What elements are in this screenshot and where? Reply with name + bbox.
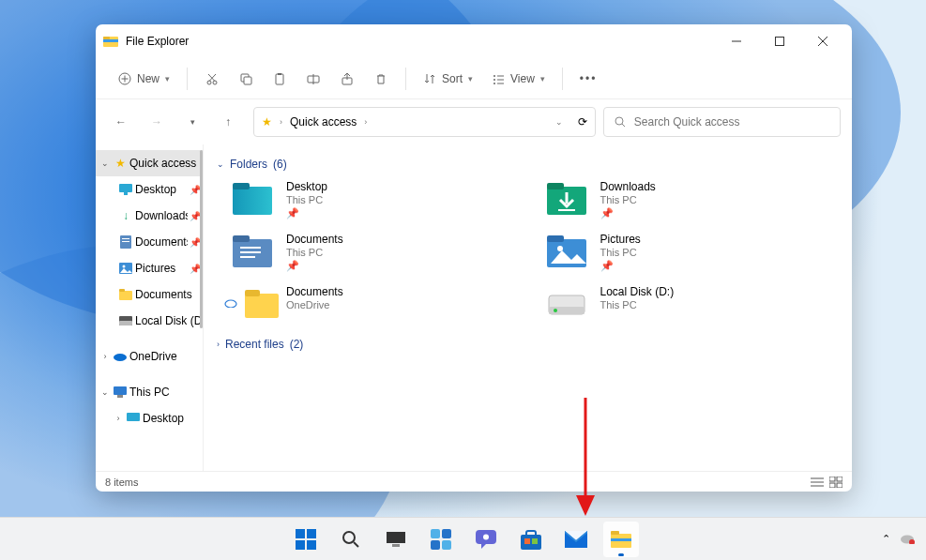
folder-name: Downloads — [600, 180, 656, 193]
search-button[interactable] — [333, 522, 369, 557]
sort-button[interactable]: Sort▾ — [416, 64, 480, 94]
store-button[interactable] — [513, 522, 549, 557]
star-icon: ★ — [113, 156, 128, 171]
svg-point-66 — [554, 309, 557, 312]
address-dropdown[interactable]: ⌄ — [555, 117, 563, 127]
sidebar-item-local-disk[interactable]: Local Disk (D:) — [96, 308, 203, 334]
grid-view-button[interactable] — [829, 477, 843, 488]
breadcrumb-separator: › — [280, 117, 282, 127]
onedrive-icon — [113, 349, 128, 364]
task-view-icon — [387, 532, 405, 547]
refresh-button[interactable]: ⟳ — [578, 115, 587, 129]
forward-button[interactable]: → — [143, 108, 171, 136]
cut-button[interactable] — [197, 64, 227, 94]
chat-icon — [476, 530, 496, 549]
scrollbar-thumb[interactable] — [200, 150, 203, 328]
folder-item[interactable]: DownloadsThis PC📌 — [544, 178, 840, 219]
svg-rect-94 — [532, 538, 538, 544]
mail-button[interactable] — [558, 522, 594, 557]
windows-icon — [296, 529, 316, 550]
start-button[interactable] — [288, 522, 324, 557]
folder-location: This PC — [600, 299, 675, 310]
delete-button[interactable] — [366, 64, 396, 94]
disk-icon — [118, 313, 133, 328]
svg-rect-78 — [296, 540, 305, 550]
group-folders[interactable]: ⌄ Folders (6) — [217, 158, 839, 171]
pictures-icon — [544, 231, 589, 270]
paste-button[interactable] — [265, 64, 295, 94]
tray-chevron-icon[interactable]: ⌃ — [882, 533, 890, 545]
file-explorer-taskbar[interactable] — [603, 522, 639, 557]
svg-rect-57 — [240, 256, 255, 258]
pin-icon[interactable]: 📌 — [286, 207, 327, 219]
sidebar-item-pictures[interactable]: Pictures 📌 — [96, 255, 203, 281]
svg-line-81 — [354, 542, 358, 547]
svg-rect-82 — [387, 532, 405, 543]
recent-locations-button[interactable]: ▾ — [178, 108, 206, 136]
folder-name: Documents — [286, 233, 343, 246]
folder-item[interactable]: PicturesThis PC📌 — [544, 231, 840, 272]
sidebar-item-documents[interactable]: Documents 📌 — [96, 229, 203, 255]
svg-rect-21 — [278, 73, 281, 75]
content-pane: ⌄ Folders (6) DesktopThis PC📌DownloadsTh… — [204, 144, 852, 471]
rename-button[interactable] — [298, 64, 328, 94]
store-icon — [521, 529, 541, 550]
sidebar-item-this-pc[interactable]: ⌄ This PC — [96, 379, 203, 405]
details-view-button[interactable] — [811, 477, 824, 488]
folder-item[interactable]: DesktopThis PC📌 — [230, 178, 525, 219]
svg-rect-54 — [233, 235, 250, 242]
view-button[interactable]: View▾ — [484, 64, 553, 94]
group-recent-files[interactable]: › Recent files (2) — [217, 338, 839, 351]
ellipsis-icon: ••• — [580, 72, 598, 85]
pin-icon[interactable]: 📌 — [600, 207, 656, 219]
svg-rect-85 — [442, 529, 451, 538]
pin-icon[interactable]: 📌 — [600, 260, 641, 272]
titlebar[interactable]: File Explorer — [96, 24, 852, 58]
close-button[interactable] — [801, 24, 844, 58]
file-explorer-icon — [103, 34, 118, 49]
document-icon — [118, 235, 133, 250]
maximize-button[interactable] — [758, 24, 801, 58]
search-bar[interactable] — [603, 107, 841, 137]
downloads-icon — [544, 178, 589, 218]
nav-row: ← → ▾ ↑ ★ › Quick access › ⌄ ⟳ — [96, 99, 852, 144]
sidebar-item-onedrive[interactable]: › OneDrive — [96, 343, 203, 370]
svg-point-80 — [343, 532, 355, 543]
onedrive-tray-icon[interactable] — [900, 534, 915, 544]
back-button[interactable]: ← — [107, 108, 135, 136]
up-button[interactable]: ↑ — [214, 108, 242, 136]
svg-rect-56 — [240, 251, 261, 253]
chat-button[interactable] — [468, 522, 504, 557]
sidebar-item-desktop[interactable]: Desktop 📌 — [96, 176, 203, 203]
sidebar-item-quick-access[interactable]: ⌄ ★ Quick access — [96, 150, 203, 176]
sidebar-item-thispc-desktop[interactable]: › Desktop — [96, 405, 203, 431]
copy-button[interactable] — [231, 64, 261, 94]
svg-rect-93 — [524, 538, 530, 544]
svg-rect-59 — [547, 235, 564, 242]
sidebar-item-documents-2[interactable]: Documents — [96, 281, 203, 308]
folder-item[interactable]: DocumentsOneDrive — [230, 283, 525, 323]
task-view-button[interactable] — [378, 522, 414, 557]
address-bar[interactable]: ★ › Quick access › ⌄ ⟳ — [253, 107, 596, 137]
search-icon — [342, 530, 360, 549]
pin-icon[interactable]: 📌 — [286, 260, 343, 272]
widgets-button[interactable] — [423, 522, 459, 557]
folder-name: Local Disk (D:) — [600, 285, 675, 298]
search-input[interactable] — [634, 115, 830, 129]
share-button[interactable] — [332, 64, 362, 94]
folder-item[interactable]: DocumentsThis PC📌 — [230, 231, 525, 272]
svg-point-15 — [213, 81, 217, 84]
sidebar-item-downloads[interactable]: ↓ Downloads 📌 — [96, 203, 203, 229]
folder-item[interactable]: Local Disk (D:)This PC — [544, 283, 840, 323]
system-tray[interactable]: ⌃ — [882, 533, 915, 545]
plus-circle-icon — [118, 72, 131, 85]
minimize-button[interactable] — [715, 24, 758, 58]
svg-rect-19 — [244, 77, 251, 84]
svg-rect-47 — [127, 413, 140, 421]
pictures-icon — [118, 261, 133, 276]
more-button[interactable]: ••• — [572, 64, 605, 94]
folder-location: This PC — [286, 194, 327, 205]
folder-icon — [118, 287, 133, 302]
new-button[interactable]: New▾ — [111, 64, 177, 94]
breadcrumb[interactable]: Quick access — [290, 115, 357, 129]
